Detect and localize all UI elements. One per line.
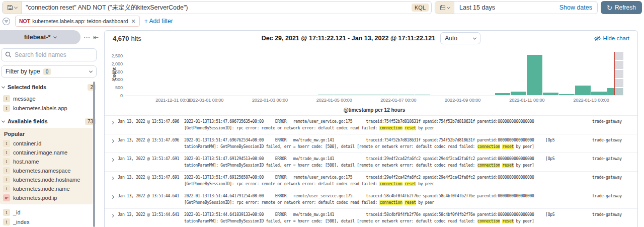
collapse-sidebar-icon[interactable]: ⇤ [93,34,99,41]
kql-badge[interactable]: KQL [412,4,429,12]
field-name: container.id [13,140,41,146]
index-pattern-select[interactable]: filebeat-* [0,30,80,44]
row-timestamp: Jan 13, 2022 @ 13:51:44.641 [118,193,184,208]
filter-by-type-count-badge: 0 [43,68,51,75]
row-message: 2022-01-13T13:51:47.691294513+08:00 ERRO… [184,156,592,171]
histogram-bar[interactable] [559,94,575,95]
expand-row-icon[interactable] [110,137,118,153]
field-name: host.name [13,159,39,165]
row-app-label: trade-gateway [592,137,637,153]
x-axis-ticks: 2021-12-31 00:002022-01-01 00:002022-01-… [125,98,623,104]
query-bar: KQL Last 15 days Show dates ↻ Refresh [2,1,642,14]
fields-sidebar: filebeat-* ⋯ ⇤ Filter by type 0 Selected… [0,29,99,227]
filter-pill-tekton-dashboard[interactable]: NOT kubernetes.labels.app: tekton-dashbo… [15,16,140,27]
expand-row-icon[interactable] [110,118,118,134]
x-tick-label: 2022-01-03 00:00 [252,98,288,103]
query-input-wrap: KQL [2,1,432,14]
discover-main-panel: 4,670 hits Dec 29, 2021 @ 17:11:22.121 -… [104,30,638,227]
histogram-bar[interactable] [382,95,398,95]
refresh-icon: ↻ [607,5,612,11]
histogram-bar[interactable] [591,92,607,95]
field-item-kubernetes.namespace[interactable]: tkubernetes.namespace [0,166,93,175]
expand-row-icon[interactable] [110,156,118,171]
chevron-down-icon [446,5,450,9]
meta-fields-list: t_idt_index#_score [0,207,99,227]
filter-by-type-label: Filter by type [6,68,40,75]
filter-options-icon[interactable] [2,17,11,26]
expand-row-icon[interactable] [110,174,118,190]
filter-bar: NOT kubernetes.labels.app: tekton-dashbo… [2,16,173,27]
chevron-down-icon [2,85,5,88]
chevron-down-icon [14,5,17,9]
add-filter-link[interactable]: + Add filter [144,18,173,25]
row-message: 2022-01-13T13:51:44.641791254+08:00 ERRO… [184,193,592,208]
time-range-label[interactable]: Last 15 days [454,4,495,11]
histogram-bar[interactable] [511,92,526,95]
field-item-kubernetes.labels.app[interactable]: tkubernetes.labels.app [0,103,99,113]
field-item-container.image.name[interactable]: tcontainer.image.name [0,148,93,157]
hits-label: hits [131,35,141,42]
row-message: 2022-01-13T13:51:47.696735635+08:00 ERRO… [184,118,592,134]
log-row: Jan 13, 2022 @ 13:51:47.6962022-01-13T13… [105,134,637,153]
histogram-bar[interactable] [543,93,558,95]
kibana-discover-app: KQL Last 15 days Show dates ↻ Refresh NO… [0,0,644,227]
field-item-_id[interactable]: t_id [0,207,99,217]
interval-select[interactable]: Auto [440,32,480,44]
filter-by-type-select[interactable]: Filter by type 0 [1,65,97,78]
available-fields-header[interactable]: Available fields 73 [2,117,96,126]
field-item-message[interactable]: tmessage [0,94,99,103]
field-search-input[interactable] [1,48,97,61]
field-name: container.image.name [13,149,67,156]
refresh-button[interactable]: ↻ Refresh [601,1,642,14]
y-tick-label: 0 [120,93,123,98]
field-item-host.name[interactable]: thost.name [0,157,93,166]
interval-value: Auto [445,35,457,42]
log-row: Jan 13, 2022 @ 13:51:47.6912022-01-13T13… [105,171,637,190]
selected-fields-header[interactable]: Selected fields 2 [2,83,96,92]
remove-filter-icon[interactable]: ✕ [131,18,135,25]
histogram-bar[interactable] [575,86,591,95]
eye-slash-icon [594,35,601,42]
results-header: 4,670 hits Dec 29, 2021 @ 17:11:22.121 -… [105,31,637,46]
field-type-icon: t [3,158,10,165]
row-app-label: trade-gateway [592,211,637,227]
saved-query-button[interactable] [3,2,22,14]
histogram-bar[interactable] [415,95,430,95]
histogram-chart: Count 05001,0001,5002,0002,500 2021-12-3… [105,46,637,114]
field-item-container.id[interactable]: tcontainer.id [0,139,93,148]
expand-row-icon[interactable] [110,211,118,227]
field-type-icon: t [3,140,10,147]
index-options-icon[interactable]: ⋯ [84,34,90,41]
field-type-icon: t [3,105,10,112]
field-type-icon: t [3,209,10,216]
field-item-kubernetes.node.name[interactable]: tkubernetes.node.name [0,184,93,193]
field-item-kubernetes.node.hostname[interactable]: tkubernetes.node.hostname [0,175,93,184]
calendar-icon [440,5,446,11]
hide-chart-link[interactable]: Hide chart [594,35,629,42]
histogram-bar[interactable] [495,93,511,95]
field-name: _id [13,209,21,215]
expand-row-icon[interactable] [110,193,118,208]
calendar-button[interactable] [435,2,454,14]
histogram-bar[interactable] [398,95,414,95]
histogram-bar[interactable] [366,95,382,95]
row-timestamp: Jan 13, 2022 @ 13:51:47.696 [118,118,184,134]
x-tick-label: 2022-01-01 00:00 [188,98,223,103]
filter-negate-label: NOT [19,18,30,24]
x-tick-label: 2022-01-13 00:00 [574,98,609,103]
field-type-icon: IP [3,194,10,201]
field-name: kubernetes.node.name [13,186,70,192]
histogram-bar[interactable] [318,95,334,95]
refresh-button-label: Refresh [615,4,636,11]
sidebar-scrollbar[interactable] [93,82,95,227]
current-time-marker [614,52,615,95]
popular-fields-panel: Popular tcontainer.idtcontainer.image.na… [0,128,93,204]
histogram-bar[interactable] [334,95,350,95]
show-dates-link[interactable]: Show dates [559,4,597,11]
search-query-input[interactable] [22,4,412,11]
field-item-kubernetes.pod.ip[interactable]: IPkubernetes.pod.ip [0,193,93,202]
histogram-bar[interactable] [527,55,542,95]
popular-fields-label: Popular [0,131,93,139]
field-item-_index[interactable]: t_index [0,217,99,226]
histogram-bar[interactable] [350,95,366,95]
